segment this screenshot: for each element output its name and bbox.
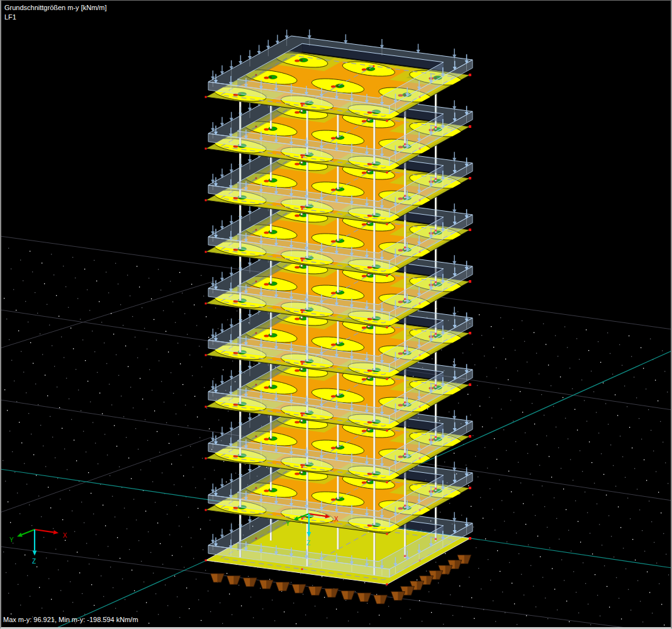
node xyxy=(386,120,388,122)
application-window: XYZXYZ Grundschnittgrößen m-y [kNm/m] LF… xyxy=(0,0,672,629)
axis-label-z: Z xyxy=(32,558,36,565)
node xyxy=(301,467,303,468)
axis-label-y: Y xyxy=(9,536,14,543)
axis-label-x: X xyxy=(334,516,339,523)
node xyxy=(205,509,207,511)
x-axis-icon xyxy=(35,530,53,532)
node xyxy=(386,533,388,535)
node xyxy=(469,229,471,231)
node xyxy=(469,435,471,438)
node xyxy=(469,177,471,179)
node xyxy=(386,482,388,484)
node xyxy=(386,327,388,329)
node xyxy=(301,363,303,365)
status-bar: Max m-y: 96.921, Min m-y: -198.594 kNm/m xyxy=(3,615,138,625)
node xyxy=(301,569,303,570)
node xyxy=(205,560,207,562)
node xyxy=(469,125,471,128)
node xyxy=(386,378,388,380)
navigation-triad: XYZ xyxy=(9,530,67,565)
node xyxy=(301,208,303,210)
node xyxy=(205,406,207,408)
node xyxy=(301,312,303,314)
node xyxy=(469,487,471,489)
node xyxy=(386,275,388,277)
viewport-3d[interactable]: XYZXYZ xyxy=(0,0,672,629)
y-axis-icon xyxy=(21,530,35,535)
node xyxy=(469,280,471,283)
result-title: Grundschnittgrößen m-y [kNm/m] xyxy=(4,3,107,13)
node xyxy=(386,430,388,432)
node xyxy=(469,74,471,76)
node xyxy=(301,157,303,159)
node xyxy=(386,584,388,586)
node xyxy=(301,260,303,262)
building-model[interactable] xyxy=(205,30,473,604)
node xyxy=(205,354,207,356)
load-case-label: LF1 xyxy=(4,13,107,22)
axis-label-z: Z xyxy=(306,540,310,547)
node xyxy=(205,200,207,201)
node xyxy=(301,518,303,520)
result-title-block: Grundschnittgrößen m-y [kNm/m] LF1 xyxy=(4,3,107,22)
axis-label-y: Y xyxy=(286,520,290,527)
node xyxy=(205,148,207,150)
node xyxy=(205,458,207,460)
node xyxy=(205,96,207,98)
node xyxy=(469,383,471,386)
node xyxy=(469,332,471,334)
axis-label-x: X xyxy=(63,532,67,539)
node xyxy=(301,105,303,107)
node xyxy=(386,172,388,174)
node xyxy=(301,415,303,417)
node xyxy=(205,251,207,253)
node xyxy=(469,537,471,540)
node xyxy=(205,303,207,305)
node xyxy=(386,224,388,225)
node xyxy=(373,65,375,67)
